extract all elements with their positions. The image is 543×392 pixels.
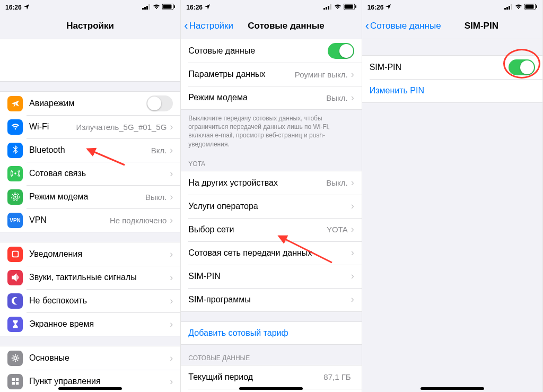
location-icon [386, 4, 391, 11]
settings-row[interactable]: SIM-PIN› [181, 265, 361, 288]
settings-row[interactable]: Сотовая связь› [0, 162, 180, 185]
screentime-icon [7, 317, 23, 332]
settings-row[interactable]: Услуги оператора› [181, 195, 361, 218]
settings-row[interactable]: Уведомления› [0, 242, 180, 266]
control-icon [7, 374, 23, 389]
cellular-pane: 16:26 ‹ Настройки Сотовые данные Сотовые… [181, 0, 362, 392]
settings-row[interactable]: Выбор сетиYOTA› [181, 218, 361, 241]
svg-rect-26 [355, 5, 356, 8]
back-button[interactable]: ‹ Настройки [184, 20, 233, 32]
home-indicator [239, 387, 303, 390]
settings-row[interactable]: Сотовые данные [181, 39, 361, 63]
chevron-right-icon: › [351, 92, 354, 103]
status-time: 16:26 [367, 4, 384, 11]
settings-row[interactable]: Экранное время› [0, 312, 180, 336]
cellular-icon [7, 166, 23, 181]
cellular-content: Сотовые данныеПараметры данныхРоуминг вы… [181, 39, 361, 392]
add-plan-row[interactable]: Добавить сотовый тариф [181, 321, 361, 345]
svg-point-7 [14, 172, 16, 175]
nav-bar: Настройки [0, 13, 180, 39]
row-value: Выкл. [326, 178, 347, 187]
notifications-group: Уведомления›Звуки, тактильные сигналы›Не… [0, 242, 180, 336]
vpn-icon: VPN [7, 213, 23, 228]
general-group: Основные›Пункт управления›AAЭкран и ярко… [0, 346, 180, 392]
row-value: Излучатель_5G_#01_5G [76, 123, 167, 132]
airplane-icon [7, 96, 23, 111]
nav-bar: ‹ Настройки Сотовые данные [181, 13, 361, 39]
settings-content: АвиарежимWi-FiИзлучатель_5G_#01_5G›Bluet… [0, 39, 180, 392]
settings-row[interactable]: На других устройствахВыкл.› [181, 171, 361, 195]
chevron-right-icon: › [170, 319, 173, 330]
settings-row[interactable]: Изменить PIN [362, 79, 542, 102]
settings-row[interactable]: Текущий период87,1 ГБ [181, 365, 361, 389]
profile-block[interactable] [0, 39, 180, 82]
settings-row[interactable]: SIM-PIN [362, 56, 542, 79]
chevron-left-icon: ‹ [365, 20, 369, 32]
toggle-switch[interactable] [509, 59, 535, 75]
svg-rect-3 [148, 4, 150, 10]
connectivity-group: АвиарежимWi-FiИзлучатель_5G_#01_5G›Bluet… [0, 91, 180, 232]
row-label: Wi-Fi [29, 122, 76, 132]
svg-rect-30 [509, 6, 510, 10]
chevron-right-icon: › [351, 224, 354, 235]
chevron-right-icon: › [170, 191, 173, 203]
row-label: Текущий период [188, 372, 323, 382]
signal-icon [504, 4, 513, 11]
svg-rect-21 [326, 7, 327, 10]
signal-icon [323, 4, 332, 11]
svg-rect-12 [13, 252, 17, 257]
svg-rect-22 [328, 6, 329, 10]
settings-row[interactable]: Параметры данныхРоуминг выкл.› [181, 63, 361, 86]
svg-rect-1 [144, 7, 146, 10]
toggle-switch[interactable] [146, 95, 173, 111]
svg-rect-2 [146, 6, 148, 10]
svg-rect-25 [344, 5, 353, 9]
settings-row[interactable]: Не беспокоить› [0, 289, 180, 312]
row-value: Вкл. [151, 146, 167, 155]
page-title: Настройки [66, 21, 114, 31]
wifi-icon [334, 4, 341, 11]
row-label: VPN [29, 215, 110, 225]
cellular-note: Выключите передачу сотовых данных, чтобы… [181, 110, 361, 151]
back-button[interactable]: ‹ Сотовые данные [365, 20, 441, 32]
settings-row[interactable]: Режим модемаВыкл.› [181, 86, 361, 109]
chevron-right-icon: › [351, 247, 354, 258]
settings-row[interactable]: BluetoothВкл.› [0, 138, 180, 162]
settings-row[interactable]: Режим модемаВыкл.› [0, 185, 180, 208]
chevron-right-icon: › [170, 376, 173, 387]
location-icon [205, 4, 210, 11]
chevron-left-icon: ‹ [184, 20, 188, 32]
settings-row[interactable]: Wi-FiИзлучатель_5G_#01_5G› [0, 115, 180, 138]
settings-pane: 16:26 Настройки АвиарежимWi-FiИзлучатель… [0, 0, 181, 392]
settings-row[interactable]: Сотовая сеть передачи данных› [181, 241, 361, 265]
chevron-right-icon: › [351, 69, 354, 80]
row-label: SIM-PIN [188, 272, 351, 281]
settings-row[interactable]: Звуки, тактильные сигналы› [0, 266, 180, 289]
svg-rect-33 [525, 5, 533, 9]
svg-rect-28 [504, 8, 506, 10]
settings-row[interactable]: SIM-программы› [181, 288, 361, 311]
nav-bar: ‹ Сотовые данные SIM-PIN [362, 13, 542, 39]
row-label: Не беспокоить [29, 296, 170, 306]
row-label: SIM-PIN [370, 63, 509, 72]
svg-rect-14 [12, 378, 14, 381]
wifi-icon [153, 4, 160, 11]
settings-row[interactable]: VPNVPNНе подключено› [0, 208, 180, 232]
row-label: Режим модема [29, 192, 145, 202]
chevron-right-icon: › [170, 168, 173, 179]
chevron-right-icon: › [170, 121, 173, 133]
svg-rect-16 [12, 382, 14, 385]
settings-row[interactable]: Авиарежим [0, 92, 180, 115]
status-bar: 16:26 [181, 2, 361, 13]
settings-row[interactable]: Основные› [0, 346, 180, 370]
svg-rect-23 [330, 4, 331, 10]
svg-rect-31 [511, 4, 512, 10]
row-label: Услуги оператора [188, 202, 351, 211]
row-label: Параметры данных [188, 69, 294, 79]
row-label: Сотовая сеть передачи данных [188, 248, 351, 258]
toggle-switch[interactable] [328, 43, 354, 59]
carrier-header: YOTA [181, 151, 361, 171]
row-label: Изменить PIN [370, 86, 535, 95]
row-value: 87,1 ГБ [323, 372, 351, 381]
wifi-icon [515, 4, 522, 11]
